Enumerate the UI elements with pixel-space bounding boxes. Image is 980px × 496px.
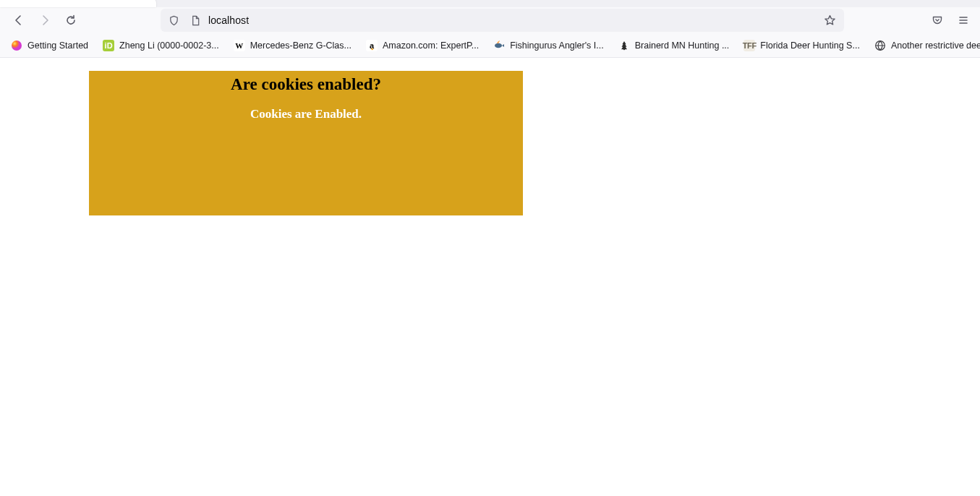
card-heading: Are cookies enabled? [89, 75, 523, 94]
tree-icon [618, 40, 630, 51]
bookmark-item[interactable]: Fishingurus Angler's I... [487, 37, 610, 54]
nav-toolbar: localhost [0, 7, 980, 33]
bookmark-label: Amazon.com: ExpertP... [383, 40, 479, 51]
back-button[interactable] [7, 9, 30, 32]
svg-rect-2 [623, 48, 625, 50]
active-tab[interactable] [0, 0, 156, 7]
bookmark-item[interactable]: Getting Started [4, 37, 95, 54]
bookmark-label: Mercedes-Benz G-Clas... [250, 40, 351, 51]
url-bar[interactable]: localhost [161, 9, 844, 32]
tff-icon: TFF [743, 40, 755, 51]
bookmark-label: Florida Deer Hunting S... [760, 40, 860, 51]
bookmark-label: Fishingurus Angler's I... [510, 40, 604, 51]
bookmarks-toolbar: Getting Started iD Zheng Li (0000-0002-3… [0, 33, 980, 58]
browser-chrome: localhost Getting Started iD Zheng Li (0… [0, 0, 980, 58]
globe-icon [874, 40, 886, 51]
bookmark-item[interactable]: a̮ Amazon.com: ExpertP... [359, 37, 485, 54]
bookmark-item[interactable]: Another restrictive dee... [868, 37, 980, 54]
shield-icon[interactable] [165, 12, 182, 29]
page-viewport: Are cookies enabled? Cookies are Enabled… [0, 58, 980, 496]
forward-button[interactable] [33, 9, 56, 32]
orcid-icon: iD [103, 40, 114, 51]
fish-icon [493, 40, 505, 51]
tab-strip [0, 0, 980, 7]
bookmark-item[interactable]: W Mercedes-Benz G-Clas... [227, 37, 358, 54]
bookmark-star-icon[interactable] [819, 14, 840, 27]
toolbar-right [926, 9, 974, 32]
app-menu-icon[interactable] [953, 9, 974, 32]
wikipedia-icon: W [234, 40, 245, 51]
bookmark-label: Getting Started [27, 40, 88, 51]
svg-point-1 [495, 43, 502, 47]
firefox-icon [11, 40, 22, 51]
bookmark-item[interactable]: iD Zheng Li (0000-0002-3... [96, 37, 226, 54]
bookmark-label: Zheng Li (0000-0002-3... [119, 40, 219, 51]
cookie-status-card: Are cookies enabled? Cookies are Enabled… [89, 71, 523, 215]
card-status-text: Cookies are Enabled. [89, 107, 523, 121]
svg-point-0 [12, 40, 22, 51]
bookmark-label: Another restrictive dee... [891, 40, 980, 51]
bookmark-label: Brainerd MN Hunting ... [635, 40, 730, 51]
bookmark-item[interactable]: TFF Florida Deer Hunting S... [737, 37, 866, 54]
reload-button[interactable] [59, 9, 82, 32]
pocket-icon[interactable] [926, 9, 948, 32]
page-icon [187, 12, 204, 29]
bookmark-item[interactable]: Brainerd MN Hunting ... [612, 37, 736, 54]
amazon-icon: a̮ [366, 40, 378, 51]
url-text[interactable]: localhost [208, 14, 815, 26]
